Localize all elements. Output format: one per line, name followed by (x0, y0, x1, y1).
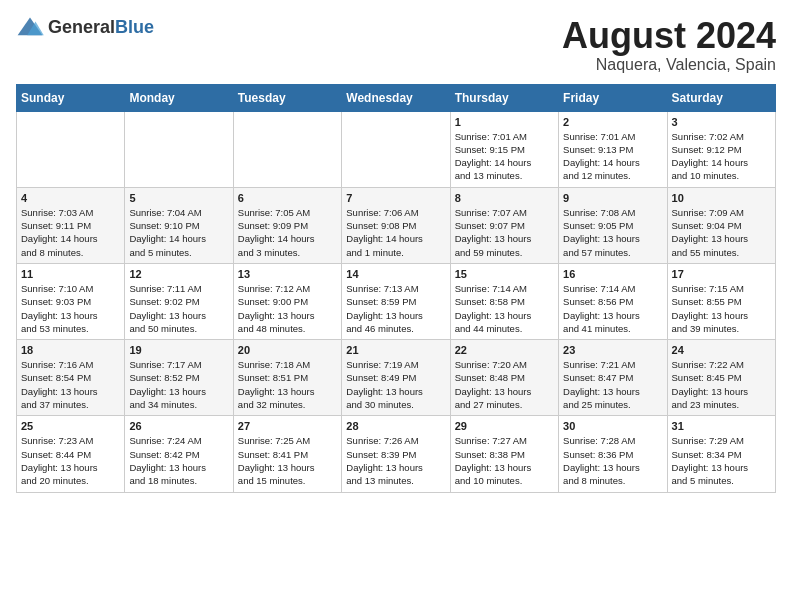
week-row-5: 25Sunrise: 7:23 AMSunset: 8:44 PMDayligh… (17, 416, 776, 492)
weekday-header-row: SundayMondayTuesdayWednesdayThursdayFrid… (17, 84, 776, 111)
week-row-1: 1Sunrise: 7:01 AMSunset: 9:15 PMDaylight… (17, 111, 776, 187)
calendar-cell: 10Sunrise: 7:09 AMSunset: 9:04 PMDayligh… (667, 187, 775, 263)
cell-content: Sunrise: 7:07 AMSunset: 9:07 PMDaylight:… (455, 206, 554, 259)
cell-content: Sunrise: 7:08 AMSunset: 9:05 PMDaylight:… (563, 206, 662, 259)
week-row-4: 18Sunrise: 7:16 AMSunset: 8:54 PMDayligh… (17, 340, 776, 416)
calendar-cell: 12Sunrise: 7:11 AMSunset: 9:02 PMDayligh… (125, 263, 233, 339)
day-number: 22 (455, 344, 554, 356)
cell-content: Sunrise: 7:11 AMSunset: 9:02 PMDaylight:… (129, 282, 228, 335)
day-number: 14 (346, 268, 445, 280)
cell-content: Sunrise: 7:25 AMSunset: 8:41 PMDaylight:… (238, 434, 337, 487)
day-number: 2 (563, 116, 662, 128)
weekday-header-thursday: Thursday (450, 84, 558, 111)
day-number: 5 (129, 192, 228, 204)
cell-content: Sunrise: 7:17 AMSunset: 8:52 PMDaylight:… (129, 358, 228, 411)
calendar-cell: 19Sunrise: 7:17 AMSunset: 8:52 PMDayligh… (125, 340, 233, 416)
cell-content: Sunrise: 7:02 AMSunset: 9:12 PMDaylight:… (672, 130, 771, 183)
cell-content: Sunrise: 7:04 AMSunset: 9:10 PMDaylight:… (129, 206, 228, 259)
day-number: 25 (21, 420, 120, 432)
day-number: 7 (346, 192, 445, 204)
calendar-cell: 31Sunrise: 7:29 AMSunset: 8:34 PMDayligh… (667, 416, 775, 492)
cell-content: Sunrise: 7:09 AMSunset: 9:04 PMDaylight:… (672, 206, 771, 259)
cell-content: Sunrise: 7:24 AMSunset: 8:42 PMDaylight:… (129, 434, 228, 487)
page-subtitle: Naquera, Valencia, Spain (562, 56, 776, 74)
cell-content: Sunrise: 7:21 AMSunset: 8:47 PMDaylight:… (563, 358, 662, 411)
day-number: 23 (563, 344, 662, 356)
calendar-cell (233, 111, 341, 187)
day-number: 21 (346, 344, 445, 356)
cell-content: Sunrise: 7:29 AMSunset: 8:34 PMDaylight:… (672, 434, 771, 487)
calendar-cell: 14Sunrise: 7:13 AMSunset: 8:59 PMDayligh… (342, 263, 450, 339)
calendar-cell: 27Sunrise: 7:25 AMSunset: 8:41 PMDayligh… (233, 416, 341, 492)
weekday-header-tuesday: Tuesday (233, 84, 341, 111)
cell-content: Sunrise: 7:27 AMSunset: 8:38 PMDaylight:… (455, 434, 554, 487)
cell-content: Sunrise: 7:01 AMSunset: 9:13 PMDaylight:… (563, 130, 662, 183)
day-number: 19 (129, 344, 228, 356)
day-number: 18 (21, 344, 120, 356)
title-block: August 2024 Naquera, Valencia, Spain (562, 16, 776, 74)
calendar-cell: 4Sunrise: 7:03 AMSunset: 9:11 PMDaylight… (17, 187, 125, 263)
day-number: 16 (563, 268, 662, 280)
weekday-header-wednesday: Wednesday (342, 84, 450, 111)
calendar-cell: 1Sunrise: 7:01 AMSunset: 9:15 PMDaylight… (450, 111, 558, 187)
calendar-cell: 21Sunrise: 7:19 AMSunset: 8:49 PMDayligh… (342, 340, 450, 416)
week-row-2: 4Sunrise: 7:03 AMSunset: 9:11 PMDaylight… (17, 187, 776, 263)
calendar-cell: 24Sunrise: 7:22 AMSunset: 8:45 PMDayligh… (667, 340, 775, 416)
day-number: 17 (672, 268, 771, 280)
calendar-cell: 28Sunrise: 7:26 AMSunset: 8:39 PMDayligh… (342, 416, 450, 492)
day-number: 27 (238, 420, 337, 432)
logo-icon (16, 16, 44, 38)
calendar-cell: 30Sunrise: 7:28 AMSunset: 8:36 PMDayligh… (559, 416, 667, 492)
logo: GeneralBlue (16, 16, 154, 38)
calendar-cell: 2Sunrise: 7:01 AMSunset: 9:13 PMDaylight… (559, 111, 667, 187)
calendar-cell: 25Sunrise: 7:23 AMSunset: 8:44 PMDayligh… (17, 416, 125, 492)
cell-content: Sunrise: 7:20 AMSunset: 8:48 PMDaylight:… (455, 358, 554, 411)
calendar-cell: 3Sunrise: 7:02 AMSunset: 9:12 PMDaylight… (667, 111, 775, 187)
cell-content: Sunrise: 7:05 AMSunset: 9:09 PMDaylight:… (238, 206, 337, 259)
cell-content: Sunrise: 7:19 AMSunset: 8:49 PMDaylight:… (346, 358, 445, 411)
calendar-cell: 5Sunrise: 7:04 AMSunset: 9:10 PMDaylight… (125, 187, 233, 263)
calendar-cell: 17Sunrise: 7:15 AMSunset: 8:55 PMDayligh… (667, 263, 775, 339)
cell-content: Sunrise: 7:14 AMSunset: 8:56 PMDaylight:… (563, 282, 662, 335)
weekday-header-friday: Friday (559, 84, 667, 111)
calendar-cell: 23Sunrise: 7:21 AMSunset: 8:47 PMDayligh… (559, 340, 667, 416)
calendar-cell: 22Sunrise: 7:20 AMSunset: 8:48 PMDayligh… (450, 340, 558, 416)
logo-general: General (48, 17, 115, 37)
cell-content: Sunrise: 7:18 AMSunset: 8:51 PMDaylight:… (238, 358, 337, 411)
calendar-cell: 9Sunrise: 7:08 AMSunset: 9:05 PMDaylight… (559, 187, 667, 263)
calendar-cell: 13Sunrise: 7:12 AMSunset: 9:00 PMDayligh… (233, 263, 341, 339)
weekday-header-monday: Monday (125, 84, 233, 111)
day-number: 26 (129, 420, 228, 432)
cell-content: Sunrise: 7:26 AMSunset: 8:39 PMDaylight:… (346, 434, 445, 487)
day-number: 12 (129, 268, 228, 280)
cell-content: Sunrise: 7:14 AMSunset: 8:58 PMDaylight:… (455, 282, 554, 335)
cell-content: Sunrise: 7:13 AMSunset: 8:59 PMDaylight:… (346, 282, 445, 335)
calendar-cell: 18Sunrise: 7:16 AMSunset: 8:54 PMDayligh… (17, 340, 125, 416)
cell-content: Sunrise: 7:01 AMSunset: 9:15 PMDaylight:… (455, 130, 554, 183)
day-number: 29 (455, 420, 554, 432)
calendar-cell: 29Sunrise: 7:27 AMSunset: 8:38 PMDayligh… (450, 416, 558, 492)
day-number: 31 (672, 420, 771, 432)
day-number: 13 (238, 268, 337, 280)
cell-content: Sunrise: 7:12 AMSunset: 9:00 PMDaylight:… (238, 282, 337, 335)
cell-content: Sunrise: 7:28 AMSunset: 8:36 PMDaylight:… (563, 434, 662, 487)
calendar-cell: 6Sunrise: 7:05 AMSunset: 9:09 PMDaylight… (233, 187, 341, 263)
calendar-cell (342, 111, 450, 187)
calendar-cell: 26Sunrise: 7:24 AMSunset: 8:42 PMDayligh… (125, 416, 233, 492)
day-number: 8 (455, 192, 554, 204)
calendar-cell (17, 111, 125, 187)
day-number: 30 (563, 420, 662, 432)
day-number: 28 (346, 420, 445, 432)
page-title: August 2024 (562, 16, 776, 56)
calendar-cell: 8Sunrise: 7:07 AMSunset: 9:07 PMDaylight… (450, 187, 558, 263)
cell-content: Sunrise: 7:06 AMSunset: 9:08 PMDaylight:… (346, 206, 445, 259)
cell-content: Sunrise: 7:15 AMSunset: 8:55 PMDaylight:… (672, 282, 771, 335)
day-number: 15 (455, 268, 554, 280)
day-number: 6 (238, 192, 337, 204)
logo-blue: Blue (115, 17, 154, 37)
day-number: 3 (672, 116, 771, 128)
calendar-cell: 7Sunrise: 7:06 AMSunset: 9:08 PMDaylight… (342, 187, 450, 263)
day-number: 9 (563, 192, 662, 204)
week-row-3: 11Sunrise: 7:10 AMSunset: 9:03 PMDayligh… (17, 263, 776, 339)
day-number: 24 (672, 344, 771, 356)
